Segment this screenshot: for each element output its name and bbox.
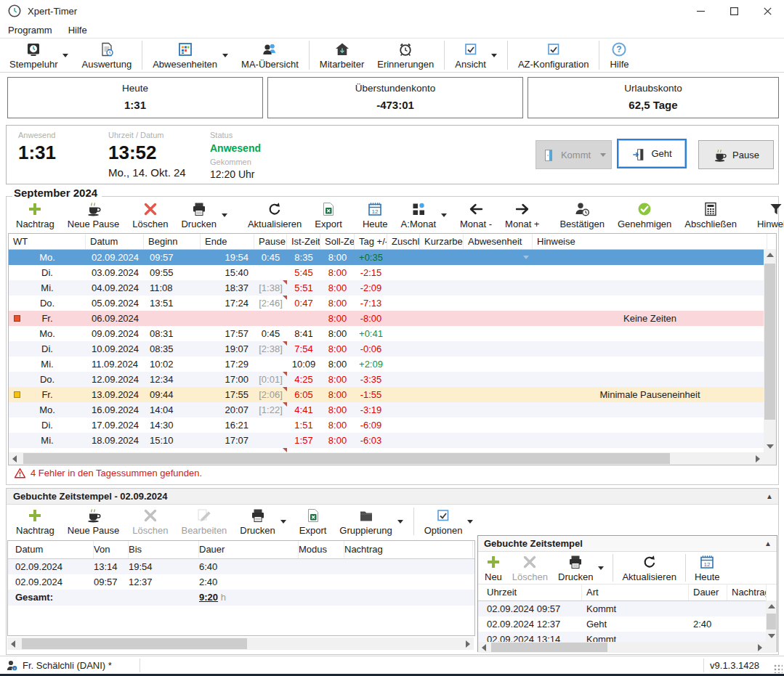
dropdown-caret-icon[interactable] [280, 520, 286, 524]
scroll-up-icon[interactable] [767, 253, 774, 257]
scroll-left-icon[interactable] [11, 640, 15, 648]
toolbar-button-monat[interactable]: Monat - [453, 198, 498, 232]
dropdown-caret-icon[interactable] [491, 54, 497, 57]
table-row[interactable]: 02.09.2024 12:37Geht2:40 [478, 616, 766, 632]
table-row[interactable]: Fr.06.09.20248:00-8:00Keine Zeiten [9, 311, 764, 326]
column-header-end[interactable]: Ende [201, 234, 254, 249]
resize-grip[interactable] [773, 664, 783, 673]
toolbar-button-ansicht[interactable]: Ansicht [448, 38, 504, 72]
toolbar-button-heute[interactable]: 12Heute [690, 552, 725, 584]
table-row[interactable]: Mi.18.09.202415:1017:071:578:00-6:03 [9, 433, 764, 448]
menu-hilfe[interactable]: Hilfe [60, 25, 95, 36]
column-header-backdated[interactable]: Nachtrag [727, 585, 767, 600]
toolbar-button-hilfe[interactable]: ?Hilfe [603, 38, 635, 72]
table-row[interactable]: Mi.04.09.202411:0818:37[1:38]5:518:00-2:… [9, 280, 764, 296]
table-row[interactable]: Mo.02.09.202409:5719:540:458:358:00+0:35 [9, 250, 764, 265]
column-header-actual-time[interactable]: Ist-Zeit [287, 234, 320, 249]
column-header-duration[interactable]: Dauer [199, 541, 299, 558]
menu-programm[interactable]: Programm [0, 25, 60, 36]
column-header-backdated[interactable]: Nachtrag [344, 541, 473, 558]
toolbar-button-erinnerungen[interactable]: Erinnerungen [371, 38, 440, 72]
toolbar-button-abschließen[interactable]: Abschließen [678, 198, 743, 232]
scrollbar-thumb[interactable] [491, 643, 607, 652]
toolbar-button-az-konfiguration[interactable]: AZ-Konfiguration [512, 38, 596, 72]
scroll-down-icon[interactable] [768, 634, 775, 638]
pause-button[interactable]: Pause [698, 140, 774, 169]
column-header-duration[interactable]: Dauer [689, 585, 727, 600]
scrollbar-thumb[interactable] [22, 638, 247, 649]
vertical-scrollbar[interactable] [764, 249, 776, 452]
horizontal-scrollbar[interactable] [478, 642, 766, 653]
column-header-absence[interactable]: Abwesenheit [464, 234, 533, 249]
table-row[interactable]: 02.09.202409:5712:372:40 [8, 574, 474, 590]
scrollbar-thumb[interactable] [23, 453, 670, 464]
column-header-day-diff[interactable]: Tag +/- [355, 234, 387, 249]
dropdown-caret-icon[interactable] [441, 213, 447, 217]
toolbar-button-neue-pause[interactable]: Neue Pause [61, 505, 126, 537]
collapse-arrow-icon[interactable]: ▲ [766, 489, 773, 505]
collapse-arrow-icon[interactable]: ▲ [764, 536, 772, 551]
column-header-time[interactable]: Uhrzeit [478, 585, 582, 600]
toolbar-button-aktualisieren[interactable]: Aktualisieren [617, 552, 681, 584]
minimize-button[interactable] [684, 0, 717, 22]
table-row[interactable]: Di.17.09.202414:3016:211:518:00-6:09 [9, 418, 764, 433]
column-header-target-time[interactable]: Soll-Zeit [320, 234, 355, 249]
toolbar-button-stempeluhr[interactable]: Stempeluhr [3, 38, 75, 72]
dropdown-caret-icon[interactable] [222, 213, 227, 217]
scrollbar-thumb[interactable] [764, 264, 775, 420]
scroll-left-icon[interactable] [12, 455, 17, 463]
absence-dropdown-icon[interactable] [523, 256, 529, 259]
table-row[interactable]: Di.03.09.202409:5515:405:458:00-2:15 [9, 265, 764, 280]
toolbar-button-mitarbeiter[interactable]: Mitarbeiter [313, 38, 371, 72]
toolbar-button-nachtrag[interactable]: Nachtrag [9, 505, 61, 537]
scroll-right-icon[interactable] [758, 644, 762, 651]
column-header-to[interactable]: Bis [129, 541, 199, 558]
maximize-button[interactable] [717, 0, 751, 22]
toolbar-button-ma-übersicht[interactable]: MA-Übersicht [235, 38, 305, 72]
table-row[interactable]: Di.10.09.202408:3519:07[2:38]7:548:00-0:… [9, 341, 764, 357]
column-header-notes[interactable]: Hinweise [533, 234, 767, 249]
table-row[interactable]: Mi.11.09.202410:0217:2910:098:00+2:09 [9, 357, 764, 372]
toolbar-button-export[interactable]: Export [308, 198, 349, 232]
table-row[interactable]: Fr.13.09.202409:4417:55[2:06]6:058:00-1:… [9, 387, 764, 402]
horizontal-scrollbar[interactable] [7, 638, 474, 650]
toolbar-button-a-monat[interactable]: A:Monat [395, 198, 453, 232]
column-header-bonus[interactable]: Zuschlag [387, 234, 420, 249]
table-row[interactable]: Do.12.09.202412:3417:00[0:01]4:258:00-3:… [9, 372, 764, 387]
column-header-begin[interactable]: Beginn [144, 234, 201, 249]
close-button[interactable] [751, 0, 784, 22]
dropdown-caret-icon[interactable] [62, 54, 68, 57]
toolbar-button-gruppierung[interactable]: Gruppierung [333, 505, 409, 537]
scrollbar-thumb[interactable] [767, 614, 776, 630]
scroll-right-icon[interactable] [756, 455, 760, 463]
toolbar-button-neue-pause[interactable]: Neue Pause [61, 198, 126, 232]
column-header-from[interactable]: Von [94, 541, 129, 558]
scroll-down-icon[interactable] [767, 444, 774, 449]
toolbar-button-neu[interactable]: Neu [480, 552, 507, 584]
toolbar-button-nachtrag[interactable]: Nachtrag [9, 198, 61, 232]
table-row[interactable]: 02.09.2024 09:57Kommt [478, 601, 766, 616]
toolbar-button-drucken[interactable]: Drucken [174, 198, 233, 232]
toolbar-button-genehmigen[interactable]: Genehmigen [611, 198, 678, 232]
toolbar-button-aktualisieren[interactable]: Aktualisieren [241, 198, 308, 232]
toolbar-button-auswertung[interactable]: Auswertung [75, 38, 138, 72]
column-header-date[interactable]: Datum [86, 234, 144, 249]
toolbar-button-drucken[interactable]: Drucken [233, 505, 292, 537]
toolbar-button-heute[interactable]: 12Heute [356, 198, 395, 232]
table-row[interactable]: 02.09.202413:1419:546:40 [8, 559, 474, 574]
toolbar-button-export[interactable]: Export [293, 505, 334, 537]
geht-button[interactable]: Geht [617, 139, 687, 168]
dropdown-caret-icon[interactable] [598, 566, 604, 570]
column-header-short-work[interactable]: Kurzarbeit [420, 234, 464, 249]
scroll-right-icon[interactable] [466, 640, 470, 648]
toolbar-button-löschen[interactable]: Löschen [126, 198, 174, 232]
column-header-type[interactable]: Art [582, 585, 689, 600]
table-row[interactable]: Mo.09.09.202408:3117:570:458:418:00+0:41 [9, 326, 764, 341]
dropdown-caret-icon[interactable] [222, 54, 228, 57]
column-header-weekday[interactable]: WT [9, 234, 86, 249]
scroll-left-icon[interactable] [482, 644, 486, 651]
toolbar-button-drucken[interactable]: Drucken [553, 552, 609, 584]
horizontal-scrollbar[interactable] [9, 452, 764, 465]
toolbar-button-monat-+[interactable]: Monat + [498, 198, 546, 232]
toolbar-button-bestätigen[interactable]: Bestätigen [553, 198, 610, 232]
